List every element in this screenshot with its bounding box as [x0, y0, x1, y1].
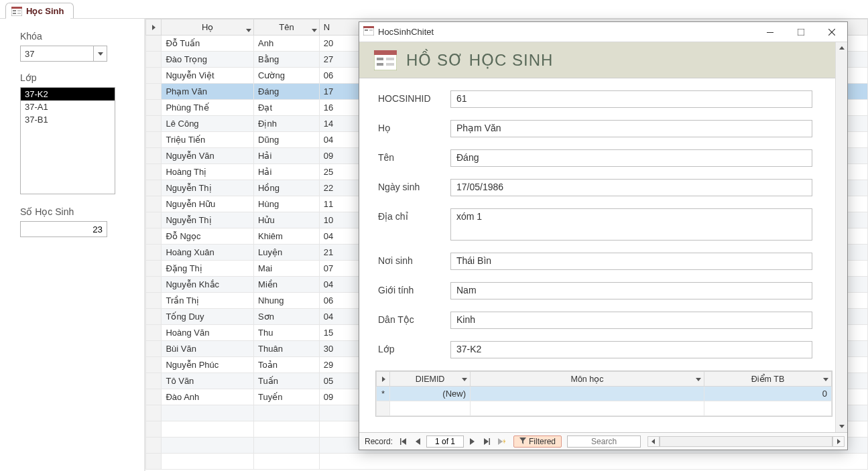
cell-ten[interactable]: Hùng	[254, 196, 320, 212]
cell-ten[interactable]: Tuấn	[254, 373, 320, 389]
row-header[interactable]	[146, 132, 162, 148]
sohs-input[interactable]	[20, 221, 107, 237]
row-header[interactable]	[146, 100, 162, 116]
cell-ten[interactable]: Anh	[254, 36, 320, 52]
khoa-combobox[interactable]: 37	[20, 46, 107, 62]
hscroll-left-button[interactable]	[647, 436, 660, 447]
cell-ten[interactable]: Hải	[254, 164, 320, 180]
row-header[interactable]	[146, 52, 162, 68]
hscroll-right-button[interactable]	[832, 436, 845, 447]
col-monhoc[interactable]: Môn học	[471, 372, 704, 387]
sub-new-row[interactable]: * (New) 0	[377, 387, 832, 401]
cell-ten[interactable]: Bằng	[254, 52, 320, 68]
chevron-down-icon[interactable]	[462, 375, 467, 384]
sub-diemtb-cell[interactable]: 0	[704, 387, 832, 401]
cell-ten[interactable]: Dũng	[254, 132, 320, 148]
cell-ho[interactable]: Đỗ Tuấn	[162, 36, 254, 52]
ten-field[interactable]: Đáng	[450, 149, 812, 167]
maximize-button[interactable]	[786, 22, 816, 42]
row-header[interactable]	[146, 277, 162, 293]
row-header[interactable]	[146, 196, 162, 212]
cell-ten[interactable]: Hửu	[254, 212, 320, 228]
lop-item[interactable]: 37-K2	[21, 88, 115, 100]
sub-diemid-cell[interactable]: (New)	[390, 387, 471, 401]
hocsinhid-field[interactable]: 61	[450, 90, 812, 108]
row-header[interactable]	[146, 212, 162, 228]
cell-ten[interactable]: Luyện	[254, 245, 320, 261]
lop-item[interactable]: 37-B1	[21, 113, 115, 126]
cell-ten[interactable]: Miền	[254, 277, 320, 293]
row-header[interactable]	[146, 373, 162, 389]
scroll-up-button[interactable]	[836, 42, 847, 54]
ngaysinh-field[interactable]: 17/05/1986	[450, 179, 812, 196]
diachi-field[interactable]: xóm 1	[450, 208, 812, 241]
titlebar[interactable]: HocSinhChitet	[359, 22, 847, 42]
cell-ho[interactable]: Nguyễn Phúc	[162, 357, 254, 373]
cell-ho[interactable]: Hoàng Văn	[162, 325, 254, 341]
cell-ten[interactable]: Hồng	[254, 180, 320, 196]
close-button[interactable]	[816, 22, 847, 42]
horizontal-scrollbar[interactable]	[647, 436, 845, 447]
noisinh-field[interactable]: Thái Bìn	[450, 253, 812, 270]
scroll-down-button[interactable]	[836, 420, 847, 432]
minimize-button[interactable]	[755, 22, 786, 42]
cell-ho[interactable]: Nguyễn Việt	[162, 68, 254, 84]
filter-indicator[interactable]: Filtered	[513, 435, 562, 448]
row-header[interactable]	[146, 180, 162, 196]
cell-ten[interactable]: Đáng	[254, 84, 320, 100]
row-header[interactable]	[146, 68, 162, 84]
nav-position-input[interactable]	[426, 435, 464, 448]
dantoc-field[interactable]: Kinh	[450, 312, 812, 329]
cell-ho[interactable]: Nguyễn Khắc	[162, 277, 254, 293]
cell-ho[interactable]: Nguyễn Văn	[162, 148, 254, 164]
cell-ten[interactable]: Thu	[254, 325, 320, 341]
row-header[interactable]	[146, 164, 162, 180]
chevron-down-icon[interactable]	[312, 25, 317, 30]
cell-ho[interactable]: Nguyễn Thị	[162, 212, 254, 228]
row-header[interactable]	[146, 116, 162, 132]
lop-listbox[interactable]: 37-K237-A137-B1	[20, 87, 115, 194]
sub-row-header-corner[interactable]	[377, 372, 390, 387]
row-header[interactable]	[146, 36, 162, 52]
lop-field[interactable]: 37-K2	[450, 341, 812, 358]
cell-ho[interactable]: Phạm Văn	[162, 84, 254, 100]
row-header[interactable]	[146, 228, 162, 245]
row-header[interactable]	[146, 309, 162, 325]
column-header-ten[interactable]: Tên	[254, 19, 320, 36]
cell-ho[interactable]: Hoàng Xuân	[162, 245, 254, 261]
col-diemid[interactable]: DIEMID	[390, 372, 471, 387]
cell-ho[interactable]: Trần Thị	[162, 293, 254, 309]
cell-ten[interactable]: Mai	[254, 261, 320, 277]
nav-next-button[interactable]	[465, 435, 479, 448]
cell-ho[interactable]: Tống Duy	[162, 309, 254, 325]
nav-new-button[interactable]: ✳	[495, 435, 508, 448]
cell-ten[interactable]: Tuyến	[254, 389, 320, 405]
chevron-down-icon[interactable]	[823, 375, 828, 384]
row-header[interactable]	[146, 148, 162, 164]
cell-ho[interactable]: Bùi Văn	[162, 341, 254, 357]
nav-prev-button[interactable]	[412, 435, 425, 448]
form-tab-hoc-sinh[interactable]: Học Sinh	[5, 3, 74, 19]
ho-field[interactable]: Phạm Văn	[450, 120, 812, 137]
cell-ho[interactable]: Tô Văn	[162, 373, 254, 389]
sub-monhoc-cell[interactable]	[471, 387, 704, 401]
cell-ten[interactable]: Đạt	[254, 100, 320, 116]
row-header[interactable]	[146, 84, 162, 100]
nav-first-button[interactable]	[397, 435, 410, 448]
cell-ten[interactable]: Khiêm	[254, 228, 320, 245]
row-header[interactable]	[146, 389, 162, 405]
lop-item[interactable]: 37-A1	[21, 100, 115, 113]
nav-last-button[interactable]	[480, 435, 493, 448]
row-header[interactable]	[146, 245, 162, 261]
chevron-down-icon[interactable]	[696, 375, 701, 384]
cell-ho[interactable]: Triệu Tiến	[162, 132, 254, 148]
cell-ho[interactable]: Phùng Thế	[162, 100, 254, 116]
row-header[interactable]	[146, 341, 162, 357]
row-header[interactable]	[146, 357, 162, 373]
cell-ten[interactable]: Hải	[254, 148, 320, 164]
cell-ten[interactable]: Cường	[254, 68, 320, 84]
column-header-ho[interactable]: Họ	[162, 19, 254, 36]
row-header[interactable]	[146, 325, 162, 341]
cell-ho[interactable]: Lê Công	[162, 116, 254, 132]
row-header-corner[interactable]	[146, 19, 162, 36]
